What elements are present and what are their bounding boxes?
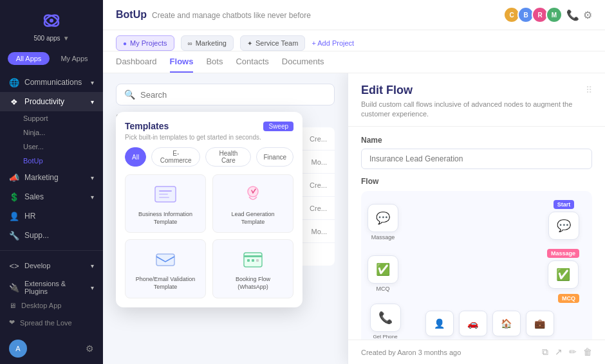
massage-icon: 💬 — [376, 211, 390, 225]
svg-rect-10 — [244, 255, 262, 257]
tab-contacts[interactable]: Contacts — [236, 51, 268, 73]
sidebar-item-support[interactable]: 🔧 Supp... — [0, 226, 103, 245]
auto-icon: 🚗 — [467, 318, 478, 329]
flow-node-massage[interactable]: 💬 Massage — [368, 204, 398, 241]
search-bar: 🔍 — [116, 84, 335, 105]
hr-icon: 👤 — [9, 211, 19, 221]
massage-label: Massage — [371, 234, 395, 241]
svg-rect-8 — [156, 254, 174, 266]
marketing-icon: 📣 — [9, 172, 19, 183]
settings-icon[interactable]: ⚙ — [583, 9, 592, 21]
filter-all[interactable]: All — [125, 147, 146, 167]
flow-status: Mo... — [312, 158, 327, 166]
avatar-group: C B R M — [506, 6, 563, 23]
sub-node-auto[interactable]: 🚗 Auto Insurance — [459, 311, 487, 340]
my-apps-tab[interactable]: My Apps — [53, 52, 95, 65]
business-label: Business Insurance — [526, 338, 554, 340]
filter-ecommerce[interactable]: E-Commerce — [151, 147, 200, 167]
sidebar-sub-support[interactable]: Support — [0, 111, 103, 125]
sidebar-item-desktop-app[interactable]: 🖥 Desktop App — [0, 298, 103, 313]
avatar-m: M — [546, 6, 563, 23]
mcq-label: MCQ — [377, 286, 390, 292]
business-icon: 💼 — [534, 318, 545, 329]
marketing-logo-icon: ∞ — [188, 40, 192, 47]
name-input[interactable] — [361, 149, 592, 169]
template-icon-business — [150, 181, 181, 207]
heart-icon: ❤ — [9, 318, 15, 327]
edit-flow-subtitle: Build custom call flows inclusive of adv… — [361, 100, 586, 120]
main-area: BotUp Create and manage chatbots like ne… — [103, 0, 605, 364]
sub-nodes-row: 👤 Personal Insurance 🚗 Auto Insurance — [425, 311, 554, 340]
nav-tabs: Dashboard Flows Bots Contacts Documents — [103, 51, 605, 73]
svg-rect-5 — [159, 194, 168, 195]
flow-status: Cre... — [310, 181, 327, 189]
sidebar-item-spread-love[interactable]: ❤ Spread the Love — [0, 314, 103, 331]
mcq-icon: ✅ — [376, 262, 390, 277]
filter-healthcare[interactable]: Health Care — [205, 147, 251, 167]
sub-node-personal[interactable]: 👤 Personal Insurance — [425, 311, 454, 340]
right-flow: Start 💬 — [548, 200, 579, 240]
flow-node-phone[interactable]: 📞 Get Phone Number — [368, 304, 403, 340]
project-tabs: ● My Projects ∞ Marketing ✦ Service Team… — [103, 30, 605, 51]
right-mcq-node[interactable]: ✅ — [548, 260, 579, 289]
templates-panel: Templates Sweep Pick built-in templates … — [116, 112, 302, 307]
project-tab-my-projects[interactable]: ● My Projects — [116, 35, 174, 51]
edit-flow-body: Name Flow 💬 Massage ✅ — [348, 127, 605, 340]
auto-label: Auto Insurance — [459, 338, 487, 340]
sidebar-item-productivity[interactable]: ❖ Productivity ▾ — [0, 92, 103, 111]
sidebar: 500 apps ▼ All Apps My Apps 🌐 Communicat… — [0, 0, 103, 364]
all-apps-tab[interactable]: All Apps — [8, 52, 50, 65]
template-card-business[interactable]: Business Information Template — [125, 174, 206, 233]
sidebar-item-sales[interactable]: 💲 Sales ▾ — [0, 187, 103, 206]
flow-node-mcq[interactable]: ✅ MCQ — [368, 255, 398, 292]
copy-icon[interactable]: ⧉ — [542, 347, 548, 358]
sales-icon: 💲 — [9, 192, 19, 202]
right-mcq-area: Massage ✅ — [547, 249, 579, 289]
phone-node-icon: 📞 — [378, 311, 393, 325]
chevron-icon: ▾ — [91, 284, 94, 291]
tab-dashboard[interactable]: Dashboard — [116, 51, 157, 73]
add-project-button[interactable]: + Add Project — [312, 39, 354, 47]
extensions-icon: 🔌 — [9, 282, 19, 293]
chevron-icon: ▾ — [91, 174, 94, 181]
chevron-icon: ▾ — [91, 262, 94, 269]
flow-status: Cre... — [310, 205, 327, 212]
sidebar-item-communications[interactable]: 🌐 Communications ▾ — [0, 73, 103, 92]
user-avatar[interactable]: A — [9, 340, 27, 358]
sidebar-item-marketing[interactable]: 📣 Marketing ▾ — [0, 168, 103, 187]
tab-documents[interactable]: Documents — [282, 51, 324, 73]
sidebar-sub-user[interactable]: User... — [0, 140, 103, 154]
svg-rect-4 — [159, 190, 172, 192]
svg-point-2 — [50, 19, 53, 23]
app-title: BotUp — [116, 9, 147, 21]
tab-bots[interactable]: Bots — [206, 51, 223, 73]
template-card-phone-email[interactable]: Phone/Email Validation Template — [125, 239, 206, 298]
settings-icon[interactable]: ⚙ — [86, 343, 94, 354]
share-icon[interactable]: ↗ — [555, 347, 563, 358]
sidebar-item-extensions[interactable]: 🔌 Extensions & Plugins ▾ — [0, 275, 103, 295]
sidebar-sub-botup[interactable]: BotUp — [0, 154, 103, 168]
right-tag-mcq: MCQ — [558, 294, 579, 303]
sub-node-home[interactable]: 🏠 Home Insurance — [492, 311, 521, 340]
massage-tag: Massage — [547, 249, 579, 258]
template-card-booking[interactable]: Booking Flow (WhatsApp) — [212, 239, 293, 298]
edit-icon[interactable]: ✏ — [569, 347, 577, 358]
sub-node-business[interactable]: 💼 Business Insurance — [526, 311, 554, 340]
sidebar-item-develop[interactable]: <> Develop ▾ — [0, 256, 103, 275]
template-card-lead[interactable]: Lead Generation Template — [212, 174, 293, 233]
right-massage-node[interactable]: 💬 — [548, 212, 579, 240]
phone-icon[interactable]: 📞 — [566, 9, 579, 21]
project-tab-service-team[interactable]: ✦ Service Team — [240, 35, 305, 51]
delete-icon[interactable]: 🗑 — [583, 347, 592, 358]
chevron-icon: ▾ — [91, 194, 94, 201]
sidebar-sub-ninja[interactable]: Ninja... — [0, 125, 103, 140]
filter-finance[interactable]: Finance — [256, 147, 293, 167]
support-icon: 🔧 — [9, 230, 19, 241]
svg-rect-11 — [247, 259, 250, 262]
sweep-button[interactable]: Sweep — [263, 122, 293, 131]
search-input[interactable] — [140, 90, 326, 100]
sidebar-item-hr[interactable]: 👤 HR — [0, 206, 103, 226]
edit-flow-panel: Edit Flow Build custom call flows inclus… — [348, 73, 605, 364]
tab-flows[interactable]: Flows — [170, 51, 194, 73]
project-tab-marketing[interactable]: ∞ Marketing — [181, 35, 234, 51]
